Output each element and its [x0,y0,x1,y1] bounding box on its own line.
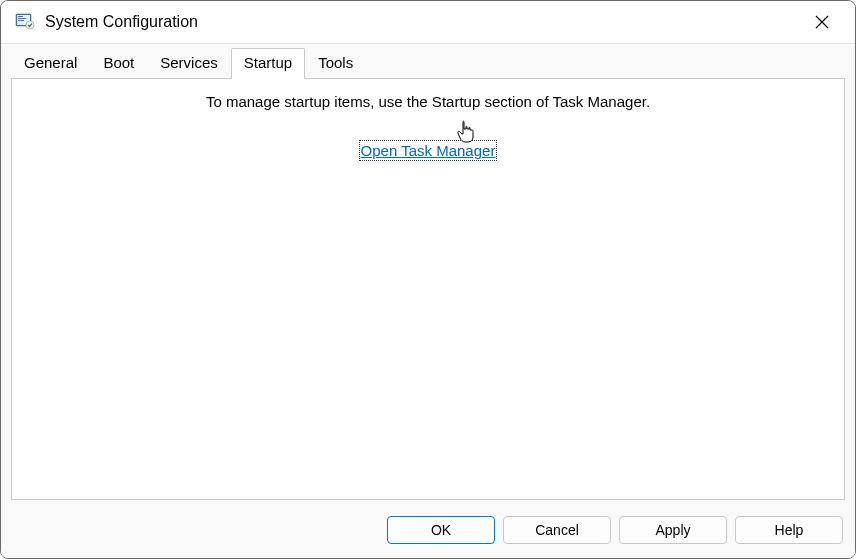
close-button[interactable] [801,6,843,38]
app-icon [15,12,35,32]
svg-rect-4 [18,20,24,21]
ok-button[interactable]: OK [387,516,495,544]
system-configuration-window: System Configuration General Boot Servic… [0,0,856,559]
svg-rect-2 [18,16,23,17]
help-button[interactable]: Help [735,516,843,544]
instruction-text: To manage startup items, use the Startup… [26,93,830,110]
svg-rect-3 [18,18,26,19]
open-task-manager-link[interactable]: Open Task Manager [361,142,496,159]
dialog-buttons: OK Cancel Apply Help [1,508,855,558]
tab-tools[interactable]: Tools [305,48,366,78]
tab-general[interactable]: General [11,48,90,78]
startup-tab-content: To manage startup items, use the Startup… [11,78,845,500]
cancel-button[interactable]: Cancel [503,516,611,544]
close-icon [815,15,829,29]
window-title: System Configuration [45,13,801,31]
client-area: General Boot Services Startup Tools To m… [1,43,855,558]
tab-strip: General Boot Services Startup Tools [1,44,855,78]
tab-startup[interactable]: Startup [231,48,305,79]
tab-services[interactable]: Services [147,48,231,78]
titlebar: System Configuration [1,1,855,43]
tab-boot[interactable]: Boot [90,48,147,78]
apply-button[interactable]: Apply [619,516,727,544]
